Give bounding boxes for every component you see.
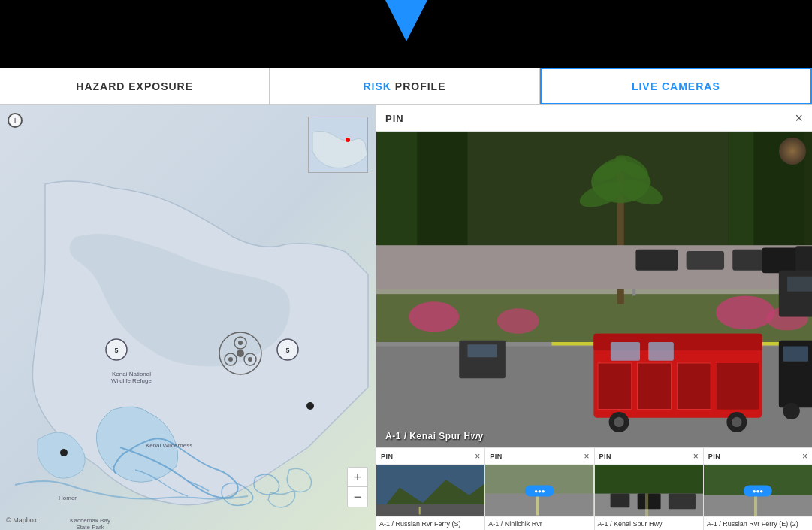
- svg-point-35: [716, 295, 774, 329]
- svg-rect-84: [610, 494, 629, 508]
- svg-rect-80: [485, 494, 593, 516]
- pin-panel-title: PIN: [385, 113, 404, 124]
- top-bar: [0, 0, 812, 68]
- svg-point-66: [732, 417, 741, 427]
- thumbnail-3[interactable]: PIN × A-1 / Kenai Spur Hwy: [595, 448, 704, 530]
- thumb-2-pin-badge: PIN: [490, 453, 503, 460]
- thumb-3-label: A-1 / Kenai Spur Hwy: [595, 516, 703, 530]
- svg-point-18: [60, 449, 68, 456]
- blue-arrow-indicator: [385, 0, 427, 41]
- camera-globe-icon: [779, 138, 806, 165]
- tab-live-cameras[interactable]: LIVE CAMERAS: [540, 68, 812, 104]
- thumb-2-header: PIN ×: [485, 448, 593, 465]
- pin-panel: PIN ×: [376, 105, 812, 530]
- svg-point-21: [346, 138, 350, 142]
- map-background: i: [0, 105, 376, 530]
- svg-point-69: [783, 403, 799, 419]
- svg-rect-89: [704, 495, 812, 516]
- svg-rect-59: [598, 363, 632, 410]
- svg-rect-61: [677, 363, 711, 410]
- thumb-1-pin-badge: PIN: [381, 453, 394, 460]
- thumbnail-strip: PIN × A-1 / Russian Rvr Ferry (S) PIN: [376, 447, 812, 530]
- risk-highlight: RISK: [363, 80, 391, 92]
- pin-close-button[interactable]: ×: [795, 111, 803, 126]
- svg-rect-87: [644, 494, 647, 516]
- svg-point-34: [497, 308, 539, 334]
- svg-text:State Park: State Park: [76, 524, 104, 530]
- thumb-3-image: [595, 465, 703, 516]
- inset-map: [308, 117, 368, 173]
- svg-text:5: 5: [285, 347, 289, 354]
- thumb-1-label: A-1 / Russian Rvr Ferry (S): [376, 516, 484, 530]
- mapbox-logo: © Mapbox: [6, 516, 37, 524]
- thumb-4-header: PIN ×: [704, 448, 812, 465]
- main-camera-label: A-1 / Kenai Spur Hwy: [385, 431, 484, 441]
- nav-bar: HAZARD EXPOSURE RISK PROFILE LIVE CAMERA…: [0, 68, 812, 105]
- svg-rect-72: [787, 277, 812, 292]
- main-content: i: [0, 105, 812, 530]
- svg-text:Kenai Wilderness: Kenai Wilderness: [146, 442, 192, 449]
- thumb-1-close[interactable]: ×: [475, 451, 480, 462]
- svg-rect-62: [717, 363, 759, 410]
- thumbnail-2[interactable]: PIN × ●●● A-1 / Ninilchik Rvr: [485, 448, 594, 530]
- svg-rect-86: [668, 494, 695, 510]
- tab-hazard-exposure[interactable]: HAZARD EXPOSURE: [0, 68, 270, 104]
- svg-rect-49: [635, 250, 678, 271]
- svg-text:5: 5: [114, 347, 118, 354]
- svg-rect-90: [754, 495, 757, 516]
- svg-point-19: [306, 402, 314, 410]
- svg-rect-81: [536, 494, 539, 516]
- svg-rect-74: [467, 344, 497, 357]
- thumbnail-1[interactable]: PIN × A-1 / Russian Rvr Ferry (S): [376, 448, 485, 530]
- svg-point-17: [228, 357, 233, 362]
- pin-header: PIN ×: [376, 105, 812, 132]
- svg-point-14: [237, 350, 244, 357]
- thumb-3-header: PIN ×: [595, 448, 703, 465]
- svg-point-33: [409, 301, 459, 332]
- thumb-3-close[interactable]: ×: [693, 451, 699, 462]
- thumbnail-4[interactable]: PIN × ●●● A-1 / Russian Rvr Ferry (E) (2…: [704, 448, 812, 530]
- svg-rect-58: [648, 342, 674, 361]
- thumb-2-badge: ●●●: [525, 485, 554, 496]
- zoom-out-button[interactable]: −: [348, 487, 367, 507]
- svg-rect-85: [637, 494, 660, 510]
- svg-point-64: [614, 417, 623, 427]
- thumb-4-pin-badge: PIN: [708, 453, 721, 460]
- thumb-1-header: PIN ×: [376, 448, 484, 465]
- zoom-controls: + −: [347, 467, 368, 507]
- thumb-2-label: A-1 / Ninilchik Rvr: [485, 516, 593, 530]
- svg-rect-57: [611, 342, 640, 361]
- svg-point-15: [238, 341, 243, 345]
- svg-point-16: [248, 357, 252, 362]
- tab-risk-profile[interactable]: RISK PROFILE: [270, 68, 539, 104]
- svg-rect-78: [419, 507, 421, 514]
- zoom-in-button[interactable]: +: [348, 468, 367, 487]
- svg-text:Kachemak Bay: Kachemak Bay: [70, 517, 110, 524]
- thumb-1-image: [376, 465, 484, 516]
- map-area: i: [0, 105, 376, 530]
- thumb-3-pin-badge: PIN: [599, 453, 612, 460]
- svg-rect-50: [687, 251, 724, 270]
- thumb-4-image: ●●●: [704, 465, 812, 516]
- thumb-4-label: A-1 / Russian Rvr Ferry (E) (2): [704, 516, 812, 530]
- thumb-4-close[interactable]: ×: [802, 451, 807, 462]
- svg-text:Kenai National: Kenai National: [112, 371, 151, 377]
- svg-rect-54: [795, 246, 812, 273]
- svg-text:Homer: Homer: [59, 495, 77, 501]
- tab-risk-profile-rest: PROFILE: [395, 80, 446, 92]
- svg-rect-68: [783, 347, 808, 362]
- thumb-2-image: ●●●: [485, 465, 593, 516]
- main-camera-view: SPEED LIMIT: [376, 132, 812, 447]
- thumb-2-close[interactable]: ×: [584, 451, 589, 462]
- tab-live-cameras-rest: CAMERAS: [662, 80, 720, 92]
- tab-hazard-exposure-label: HAZARD EXPOSURE: [76, 80, 193, 92]
- svg-rect-77: [376, 504, 484, 516]
- thumb-4-badge: ●●●: [744, 485, 773, 496]
- svg-text:Wildlife Refuge: Wildlife Refuge: [111, 377, 152, 384]
- live-highlight: LIVE: [632, 80, 658, 92]
- svg-rect-60: [638, 363, 672, 410]
